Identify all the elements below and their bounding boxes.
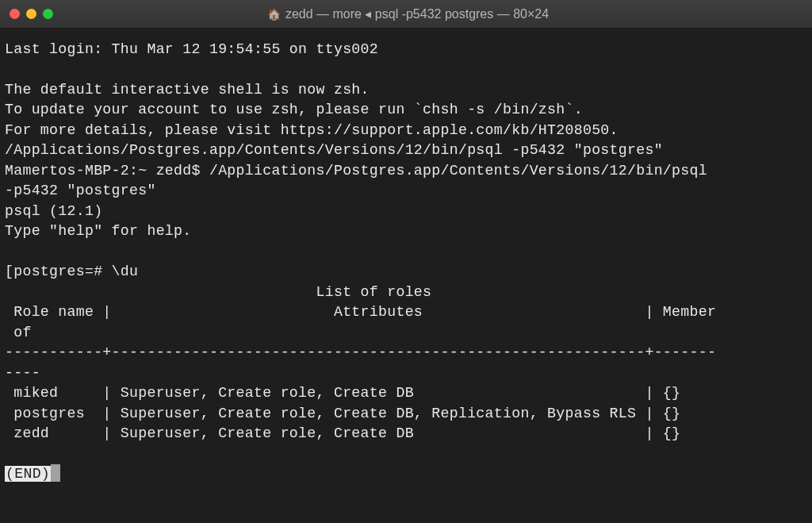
zsh-notice-line-2: To update your account to use zsh, pleas… <box>5 102 583 117</box>
window-titlebar[interactable]: 🏠 zedd — more ◂ psql -p5432 postgres — 8… <box>0 0 812 29</box>
psql-prompt-du-command: [postgres=# \du <box>5 263 138 279</box>
shell-prompt-line-1: Mamertos-MBP-2:~ zedd$ /Applications/Pos… <box>5 163 716 179</box>
psql-version-line: psql (12.1) <box>5 203 102 219</box>
roles-table-row-postgres: postgres | Superuser, Create role, Creat… <box>5 406 680 421</box>
terminal-output[interactable]: Last login: Thu Mar 12 19:54:55 on ttys0… <box>0 29 812 485</box>
window-title: 🏠 zedd — more ◂ psql -p5432 postgres — 8… <box>13 6 802 21</box>
cursor-icon <box>51 464 60 482</box>
zsh-notice-line-1: The default interactive shell is now zsh… <box>5 82 370 98</box>
roles-table-separator: -----------+----------------------------… <box>5 344 716 360</box>
roles-table-title: List of roles <box>5 284 431 300</box>
pager-end-marker: (END) <box>5 466 51 482</box>
roles-table-header: Role name | Attributes | Member <box>5 304 716 320</box>
psql-command-echo: /Applications/Postgres.app/Contents/Vers… <box>5 142 663 158</box>
last-login-line: Last login: Thu Mar 12 19:54:55 on ttys0… <box>5 41 378 57</box>
home-icon: 🏠 <box>267 8 281 21</box>
roles-table-row-zedd: zedd | Superuser, Create role, Create DB… <box>5 425 680 441</box>
shell-prompt-line-2: -p5432 "postgres" <box>5 183 156 198</box>
roles-table-header-cont: of <box>5 325 32 340</box>
psql-help-line: Type "help" for help. <box>5 223 192 239</box>
zsh-notice-line-3: For more details, please visit https://s… <box>5 122 619 138</box>
roles-table-separator-cont: ---- <box>5 365 40 381</box>
roles-table-row-miked: miked | Superuser, Create role, Create D… <box>5 385 680 401</box>
window-title-text: zedd — more ◂ psql -p5432 postgres — 80×… <box>285 6 549 21</box>
